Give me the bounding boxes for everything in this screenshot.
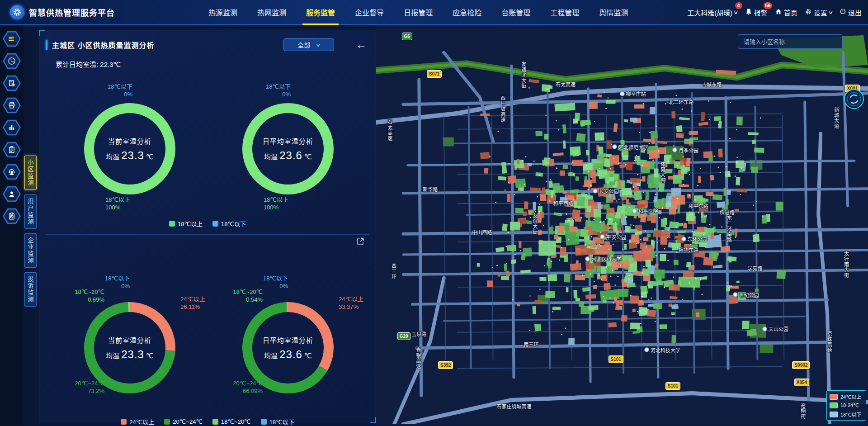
map-road-label-6: 新城大道 [833,107,840,129]
home-label: 首页 [784,8,797,17]
legend-swatch [121,419,127,425]
nav-item-5[interactable]: 应急抢险 [452,0,482,24]
range-legend: 24℃以上20℃~24℃18℃~20℃18℃以下 [46,417,369,426]
bar-chart-icon [4,121,19,134]
donut-center-label: 当前室温分析 均温 23.3 ℃ [85,136,175,162]
map-poi-label-25: 柳辛庄站 [620,90,646,97]
sidebar-hex-button-2[interactable] [3,75,21,91]
map-temp-legend: 24℃以上18-24℃18℃以下 [826,390,866,421]
poi-marker-icon [644,347,649,352]
city-heat-map[interactable]: 石太高速石太高速友谊北大街西柏坡高速古城东路北二环东路新城大道和平东路跃进路中山… [376,25,868,425]
donut-callout-0: 18℃以下0% [263,275,288,290]
map-road-label-4: 古城东路 [702,80,722,88]
nav-item-1[interactable]: 热网监测 [256,0,287,24]
alarm-button[interactable]: 56 报警 [745,8,768,17]
settings-menu[interactable]: 设置 ∨ [805,8,832,17]
donut-center-label: 日平均室温分析 均温 23.6 ℃ [243,335,333,361]
map-legend-swatch [830,402,838,408]
poi-marker-icon [612,144,617,149]
map-legend-swatch [830,394,838,400]
road-shield-g20-3: G20 [397,332,410,340]
daily-avg-temp-donut: 日平均室温分析 均温 23.6 ℃18℃以下0%18℃以上100% [210,77,366,213]
area-filter-dropdown[interactable]: 全部 ∨ [283,38,334,51]
poi-text: 世纪公园 [739,291,759,298]
poi-marker-icon [632,208,637,213]
donut-callout-1: 18℃以上100% [264,196,288,211]
panel-corner-accent [370,417,376,423]
nav-item-4[interactable]: 日报管理 [403,0,434,24]
legend-label: 20℃~24℃ [173,418,203,425]
map-road-label-2: 友谊北大街 [520,62,527,89]
back-arrow-button[interactable]: ← [356,40,367,49]
map-legend-label: 18-24℃ [840,402,859,408]
side-tab-0[interactable]: 小区监测 [24,156,37,190]
sidebar-hex-button-3[interactable] [3,97,21,114]
legend-label: 18℃以下 [221,219,246,228]
report-icon [4,76,19,90]
section-divider [46,234,369,235]
map-road-label-5: 北二环东路 [669,98,693,105]
donut-callout-0: 18℃以下0% [266,83,291,98]
nav-item-7[interactable]: 工程管理 [549,0,580,24]
poi-text: 天山公园 [769,325,788,332]
map-road-label-15: 石家庄绕城高速 [497,402,532,410]
sidebar-hex-button-8[interactable] [3,208,21,224]
brand: 智慧供热管理服务平台 [0,5,149,19]
nav-item-3[interactable]: 企业督导 [354,0,385,24]
map-road-label-1: 石太高速 [386,119,393,141]
community-search-input[interactable] [738,34,843,49]
poi-text: 平安公园 [606,233,626,241]
nav-item-2[interactable]: 服务监管 [305,0,336,24]
home-button[interactable]: 首页 [775,8,797,17]
map-road-label-14: 青银高速 [415,347,422,369]
poi-marker-icon [620,91,625,96]
road-shield-s071-1: S071 [427,70,442,78]
donut-callout-3: 20℃~24℃66.09% [233,379,263,395]
sidebar-hex-button-1[interactable] [3,53,21,69]
side-tab-3[interactable]: 投诉监测 [24,272,37,307]
sidebar-hex-button-6[interactable] [3,164,21,180]
current-temp-range-donut: 当前室温分析 均温 23.3 ℃18℃以下0%18℃~20℃0.69%24℃以上… [52,272,208,413]
map-road-label-10: 新华路 [423,185,438,193]
poi-text: 河北科技大学 [651,346,680,354]
logout-button[interactable]: 退出 [840,8,862,17]
legend-label: 18℃以下 [269,417,294,426]
sidebar-hex-button-7[interactable] [3,186,21,202]
nav-item-8[interactable]: 舆情监测 [598,0,629,24]
road-shield-s392-4: S392 [438,361,453,369]
side-tab-2[interactable]: 企业监测 [24,233,37,268]
legend-swatch [212,419,218,425]
road-shield-x054-8: X054 [794,379,809,386]
sidebar-hex-button-4[interactable] [3,119,21,136]
map-compass-control[interactable] [844,89,864,109]
customer-service-icon [4,165,19,179]
stat-value: 22.3℃ [100,61,121,68]
legend-swatch [212,221,218,227]
nav-item-0[interactable]: 热源监测 [208,0,238,24]
map-poi-label-29: 平安公园 [600,233,626,241]
sidebar-hex-button-0[interactable] [3,31,21,47]
map-road-label-7: 和平东路 [689,202,708,209]
top-bar: 智慧供热管理服务平台 热源监测热网监测服务监管企业督导日报管理应急抢险台账管理工… [0,0,868,25]
poi-marker-icon [672,147,677,152]
side-tab-1[interactable]: 用户监测 [24,194,37,229]
poi-marker-icon [593,189,598,194]
map-road-label-24: 裕翔街 [799,403,807,419]
map-road-label-16: 南三环 [524,341,538,348]
area-filter-value: 全部 [297,40,310,49]
user-icon [4,187,19,201]
map-road-label-17: 京珠高速 [826,331,833,353]
map-road-label-23: 体育大街 [659,161,666,183]
map-road-label-13: 玉泉路 [411,330,426,337]
map-poi-label-28: 长安公园 [593,187,619,194]
nav-item-6[interactable]: 台账管理 [500,0,531,24]
panel-header: 主城区 小区供热质量监测分析 全部 ∨ ← [46,36,369,54]
menu-lines-icon [4,32,19,46]
daily-avg-temp-stat: 累计日均室温: 22.3℃ [56,59,369,68]
sidebar-hex-button-5[interactable] [3,142,21,158]
open-external-icon[interactable] [356,237,365,248]
road-shield-s9902-7: S9902 [792,361,810,369]
map-road-label-19: 太行南大街 [842,251,849,278]
map-road-label-18: 学苑路 [747,265,762,272]
user-menu[interactable]: 4 工大科雅(胡璞) ∨ [687,8,737,17]
